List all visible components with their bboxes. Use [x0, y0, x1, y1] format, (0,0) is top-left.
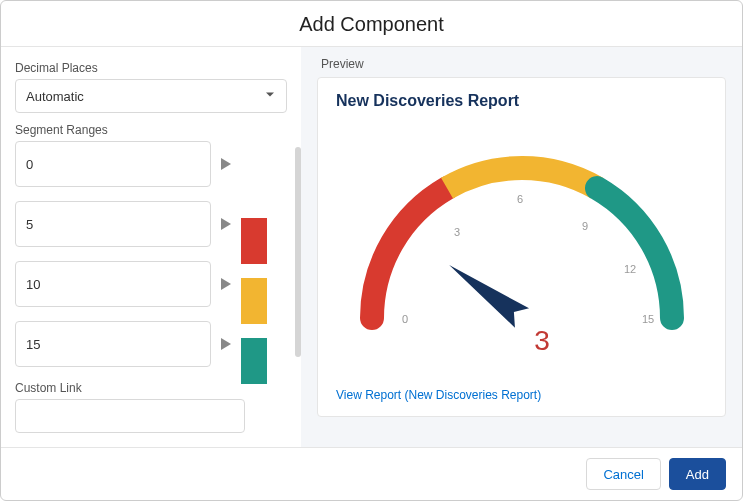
segment-row-0	[15, 141, 235, 187]
segment-input-2[interactable]	[15, 261, 211, 307]
decimal-places-select[interactable]: Automatic	[15, 79, 287, 113]
segment-color-swatches	[241, 218, 267, 398]
segment-row-2	[15, 261, 235, 307]
add-button[interactable]: Add	[669, 458, 726, 490]
gauge-needle	[437, 251, 538, 337]
gauge-value: 3	[534, 325, 550, 356]
gauge-tick-12: 12	[624, 263, 636, 275]
modal-title: Add Component	[1, 13, 742, 36]
play-icon[interactable]	[217, 337, 235, 351]
preview-title: New Discoveries Report	[336, 92, 707, 110]
gauge-tick-9: 9	[582, 220, 588, 232]
play-icon[interactable]	[217, 217, 235, 231]
decimal-places-label: Decimal Places	[15, 61, 287, 75]
segment-ranges-label: Segment Ranges	[15, 123, 287, 137]
scrollbar[interactable]	[295, 147, 301, 357]
gauge-tick-0: 0	[402, 313, 408, 325]
decimal-places-value: Automatic	[26, 89, 84, 104]
segment-input-0[interactable]	[15, 141, 211, 187]
cancel-button[interactable]: Cancel	[586, 458, 660, 490]
swatch-yellow[interactable]	[241, 278, 267, 324]
modal-header: Add Component	[1, 1, 742, 47]
segment-row-1	[15, 201, 235, 247]
view-report-link[interactable]: View Report (New Discoveries Report)	[336, 388, 541, 402]
segment-input-3[interactable]	[15, 321, 211, 367]
add-component-modal: Add Component Decimal Places Automatic S…	[0, 0, 743, 501]
segment-row-3	[15, 321, 235, 367]
chevron-down-icon	[264, 89, 276, 104]
svg-marker-1	[442, 255, 529, 327]
gauge-tick-3: 3	[454, 226, 460, 238]
play-icon[interactable]	[217, 277, 235, 291]
gauge-chart: 0 3 6 9 12 15	[336, 118, 707, 358]
swatch-green[interactable]	[241, 338, 267, 384]
preview-card: New Discoveries Report 0 3 6	[317, 77, 726, 417]
segment-input-1[interactable]	[15, 201, 211, 247]
preview-panel: Preview New Discoveries Report 0 3	[301, 47, 742, 447]
modal-body: Decimal Places Automatic Segment Ranges	[1, 47, 742, 447]
gauge-tick-15: 15	[642, 313, 654, 325]
modal-footer: Cancel Add	[1, 447, 742, 500]
preview-label: Preview	[321, 57, 726, 71]
play-icon[interactable]	[217, 157, 235, 171]
gauge-tick-6: 6	[517, 193, 523, 205]
custom-link-input[interactable]	[15, 399, 245, 433]
config-panel: Decimal Places Automatic Segment Ranges	[1, 47, 301, 447]
swatch-red[interactable]	[241, 218, 267, 264]
